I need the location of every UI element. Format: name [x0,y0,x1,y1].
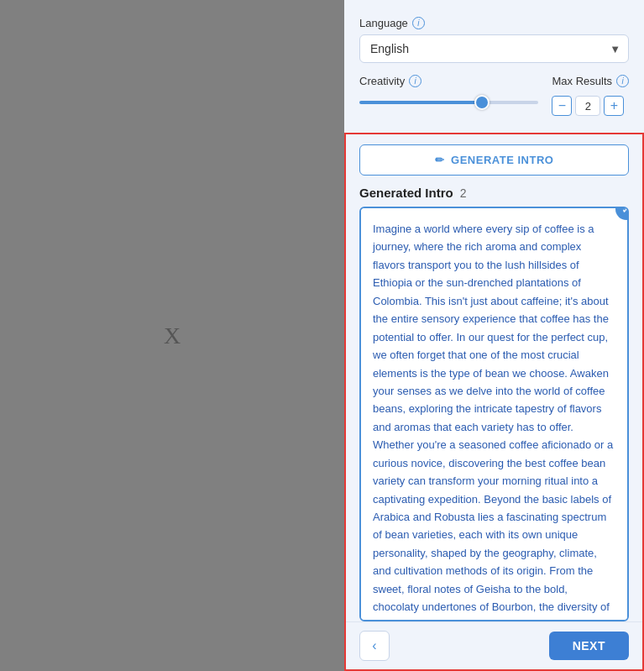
bottom-nav: ‹ NEXT [346,621,642,669]
language-info-icon[interactable]: i [412,17,425,29]
check-badge: ✓ [615,207,629,220]
back-button[interactable]: ‹ [359,631,390,661]
max-results-controls: − 2 + [552,96,624,116]
max-results-group: Max Results i − 2 + [552,75,629,116]
creativity-slider-container [359,92,538,107]
creativity-info-icon[interactable]: i [409,75,421,87]
max-results-increment-button[interactable]: + [604,96,624,116]
controls-row: Creativity i Max Results i − 2 + [359,75,629,116]
creativity-label: Creativity i [359,75,538,87]
creativity-group: Creativity i [359,75,538,107]
generated-intro-heading-text: Generated Intro [359,186,453,200]
creativity-label-text: Creativity [359,75,405,87]
generated-intro-count: 2 [460,186,467,200]
red-border-section: ✏ GENERATE INTRO Generated Intro 2 ✓ Ima… [344,133,644,671]
language-select[interactable]: English Spanish French German Italian [359,34,629,63]
language-label: Language i [359,17,629,29]
text-card-wrapper: ✓ Imagine a world where every sip of cof… [346,207,642,621]
pencil-icon: ✏ [435,154,445,166]
language-field-group: Language i English Spanish French German… [359,17,629,63]
placeholder-x: X [164,322,181,349]
generated-text-content: Imagine a world where every sip of coffe… [373,220,615,621]
top-section: Language i English Spanish French German… [344,0,644,128]
max-results-decrement-button[interactable]: − [552,96,572,116]
max-results-info-icon[interactable]: i [616,75,629,87]
creativity-slider[interactable] [359,101,538,104]
generate-intro-button-label: GENERATE INTRO [451,154,553,166]
max-results-value: 2 [575,96,600,116]
generated-intro-heading: Generated Intro 2 [346,186,642,207]
max-results-label-text: Max Results [552,75,612,87]
language-label-text: Language [359,17,408,29]
generate-intro-button[interactable]: ✏ GENERATE INTRO [359,144,629,176]
right-panel: Language i English Spanish French German… [344,0,644,671]
language-select-wrapper: English Spanish French German Italian ▼ [359,34,629,63]
next-button[interactable]: NEXT [549,632,629,660]
text-card[interactable]: ✓ Imagine a world where every sip of cof… [359,207,629,621]
back-icon: ‹ [372,638,376,653]
left-panel: X [0,0,344,671]
max-results-label: Max Results i [552,75,629,87]
